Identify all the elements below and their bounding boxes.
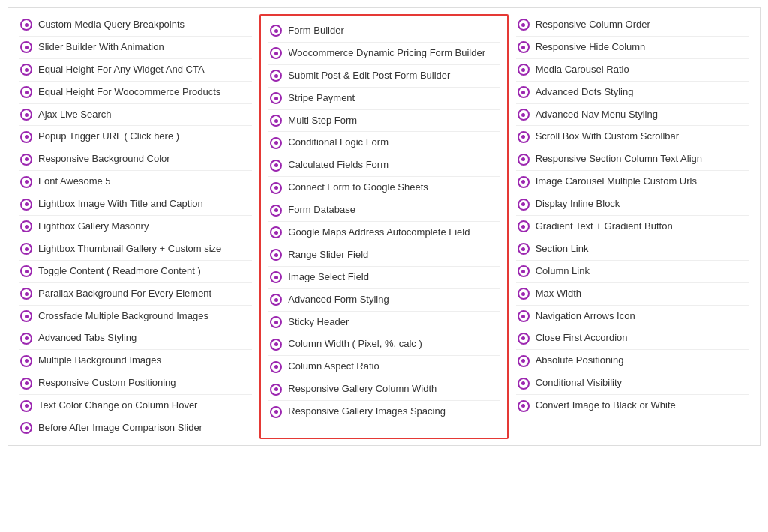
list-item[interactable]: Responsive Column Order xyxy=(516,14,749,37)
bullet-icon xyxy=(270,339,282,351)
bullet-icon xyxy=(518,176,530,188)
list-item[interactable]: Equal Height For Any Widget And CTA xyxy=(19,59,252,82)
list-item[interactable]: Image Select Field xyxy=(268,267,499,289)
list-item[interactable]: Gradient Text + Gradient Button xyxy=(516,216,749,238)
list-item[interactable]: Stripe Payment xyxy=(268,88,499,110)
list-item[interactable]: Text Color Change on Column Hover xyxy=(19,395,252,417)
list-item[interactable]: Media Carousel Ratio xyxy=(516,59,749,82)
item-label: Connect Form to Google Sheets xyxy=(288,181,428,194)
list-item[interactable]: Responsive Section Column Text Align xyxy=(516,148,749,171)
list-item[interactable]: Font Awesome 5 xyxy=(19,171,252,193)
item-label: Lightbox Thumbnail Gallery + Custom size xyxy=(38,243,221,256)
bullet-icon xyxy=(20,154,32,166)
list-item[interactable]: Scroll Box With Custom Scrollbar xyxy=(516,126,749,148)
list-item[interactable]: Before After Image Comparison Slider xyxy=(19,417,252,439)
list-item[interactable]: Sticky Header xyxy=(268,312,499,334)
column-1: Custom Media Query BreakpointsSlider Bui… xyxy=(11,14,260,439)
list-item[interactable]: Ajax Live Search xyxy=(19,104,252,127)
list-item[interactable]: Responsive Gallery Column Width xyxy=(268,378,499,401)
bullet-icon xyxy=(270,205,282,217)
list-item[interactable]: Form Database xyxy=(268,199,499,222)
item-label: Form Builder xyxy=(288,25,344,37)
item-label: Column Link xyxy=(536,265,590,278)
list-item[interactable]: Conditional Visibility xyxy=(516,372,749,395)
list-item[interactable]: Custom Media Query Breakpoints xyxy=(19,14,252,37)
bullet-icon xyxy=(20,378,32,390)
list-item[interactable]: Lightbox Image With Title and Caption xyxy=(19,193,252,216)
list-item[interactable]: Toggle Content ( Readmore Content ) xyxy=(19,261,252,283)
list-item[interactable]: Absolute Positioning xyxy=(516,350,749,372)
list-item[interactable]: Multi Step Form xyxy=(268,110,499,133)
list-item[interactable]: Popup Trigger URL ( Click here ) xyxy=(19,126,252,148)
list-item[interactable]: Submit Post & Edit Post Form Builder xyxy=(268,65,499,88)
item-label: Equal Height For Any Widget And CTA xyxy=(38,64,205,76)
bullet-icon xyxy=(270,361,282,373)
list-item[interactable]: Responsive Hide Column xyxy=(516,37,749,59)
list-item[interactable]: Google Maps Address Autocomplete Field xyxy=(268,222,499,244)
item-label: Responsive Custom Positioning xyxy=(38,377,176,390)
bullet-icon xyxy=(518,154,530,166)
item-label: Column Width ( Pixel, %, calc ) xyxy=(288,338,422,351)
bullet-icon xyxy=(518,333,530,345)
list-item[interactable]: Column Aspect Ratio xyxy=(268,356,499,378)
item-label: Form Database xyxy=(288,204,356,217)
list-item[interactable]: Convert Image to Black or White xyxy=(516,395,749,417)
bullet-icon xyxy=(518,243,530,255)
list-item[interactable]: Crossfade Multiple Background Images xyxy=(19,306,252,328)
list-item[interactable]: Conditional Logic Form xyxy=(268,132,499,154)
bullet-icon xyxy=(270,70,282,82)
list-item[interactable]: Responsive Gallery Images Spacing xyxy=(268,401,499,423)
list-item[interactable]: Responsive Background Color xyxy=(19,148,252,171)
list-item[interactable]: Navigation Arrows Icon xyxy=(516,306,749,328)
list-item[interactable]: Column Width ( Pixel, %, calc ) xyxy=(268,333,499,356)
list-item[interactable]: Advanced Tabs Styling xyxy=(19,327,252,350)
bullet-icon xyxy=(20,199,32,211)
list-item[interactable]: Image Carousel Multiple Custom Urls xyxy=(516,171,749,193)
bullet-icon xyxy=(20,288,32,300)
list-item[interactable]: Column Link xyxy=(516,261,749,283)
list-item[interactable]: Calculated Fields Form xyxy=(268,154,499,177)
bullet-icon xyxy=(270,92,282,104)
list-item[interactable]: Equal Height For Woocommerce Products xyxy=(19,82,252,104)
bullet-icon xyxy=(518,378,530,390)
list-item[interactable]: Advanced Form Styling xyxy=(268,289,499,312)
bullet-icon xyxy=(270,47,282,59)
list-item[interactable]: Parallax Background For Every Element xyxy=(19,283,252,306)
bullet-icon xyxy=(270,25,282,37)
item-label: Font Awesome 5 xyxy=(38,175,111,188)
item-label: Advanced Tabs Styling xyxy=(38,332,136,345)
bullet-icon xyxy=(518,19,530,31)
list-item[interactable]: Form Builder xyxy=(268,20,499,43)
list-item[interactable]: Close First Accordion xyxy=(516,327,749,350)
main-container: Custom Media Query BreakpointsSlider Bui… xyxy=(8,7,760,446)
list-item[interactable]: Display Inline Block xyxy=(516,193,749,216)
item-label: Stripe Payment xyxy=(288,92,355,105)
bullet-icon xyxy=(20,220,32,232)
list-item[interactable]: Lightbox Thumbnail Gallery + Custom size xyxy=(19,238,252,261)
bullet-icon xyxy=(518,288,530,300)
list-item[interactable]: Range Slider Field xyxy=(268,244,499,267)
bullet-icon xyxy=(518,109,530,121)
list-item[interactable]: Advanced Nav Menu Styling xyxy=(516,104,749,127)
list-item[interactable]: Advanced Dots Styling xyxy=(516,82,749,104)
list-item[interactable]: Slider Builder With Animation xyxy=(19,37,252,59)
list-item[interactable]: Woocommerce Dynamic Pricing Form Builder xyxy=(268,43,499,65)
column-2: Form BuilderWoocommerce Dynamic Pricing … xyxy=(260,14,508,439)
list-item[interactable]: Max Width xyxy=(516,283,749,306)
item-label: Crossfade Multiple Background Images xyxy=(38,310,208,323)
list-item[interactable]: Multiple Background Images xyxy=(19,350,252,372)
list-item[interactable]: Responsive Custom Positioning xyxy=(19,372,252,395)
item-label: Display Inline Block xyxy=(536,198,620,211)
item-label: Absolute Positioning xyxy=(536,354,624,367)
item-label: Column Aspect Ratio xyxy=(288,360,379,373)
item-label: Range Slider Field xyxy=(288,249,368,262)
item-label: Calculated Fields Form xyxy=(288,159,388,172)
list-item[interactable]: Section Link xyxy=(516,238,749,261)
bullet-icon xyxy=(270,182,282,194)
bullet-icon xyxy=(270,137,282,149)
list-item[interactable]: Connect Form to Google Sheets xyxy=(268,177,499,199)
bullet-icon xyxy=(20,109,32,121)
bullet-icon xyxy=(518,131,530,143)
item-label: Lightbox Image With Title and Caption xyxy=(38,198,203,211)
list-item[interactable]: Lightbox Gallery Masonry xyxy=(19,216,252,238)
